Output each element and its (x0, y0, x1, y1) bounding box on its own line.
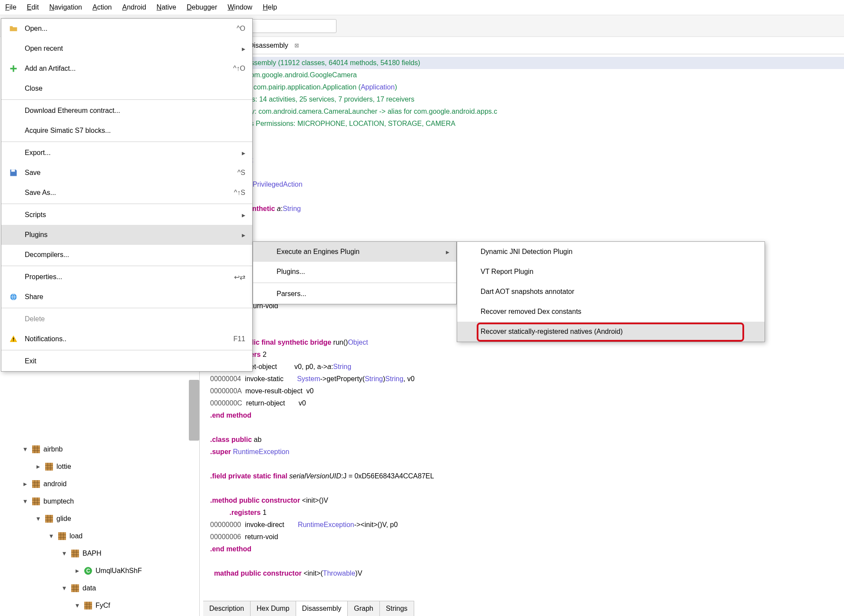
menu-item-add-an-artifact[interactable]: Add an Artifact...^↑O (1, 59, 252, 79)
tree-twisty-icon[interactable]: ▾ (35, 510, 42, 527)
menu-accelerator: ^O (237, 25, 245, 33)
menu-item-vt-report-plugin[interactable]: VT Report Plugin (457, 262, 765, 282)
editor-tab[interactable]: Bytecode/Disassembly ⊠ (200, 37, 844, 54)
tree-twisty-icon[interactable]: ▸ (35, 458, 42, 475)
svg-rect-5 (32, 497, 40, 505)
tree-twisty-icon[interactable]: ▾ (22, 441, 29, 458)
submenu-arrow-icon: ▸ (242, 211, 245, 219)
tree-node[interactable]: ▾glide (0, 510, 200, 527)
bottom-tab-graph[interactable]: Graph (348, 601, 379, 616)
plus-icon (8, 63, 19, 74)
tree-node[interactable]: ▾data (0, 580, 200, 597)
menu-edit[interactable]: Edit (27, 3, 39, 11)
file-menu: Open...^OOpen recent▸Add an Artifact...^… (1, 18, 253, 372)
package-icon (45, 515, 53, 523)
tree-label: wlUqabedpaSD (109, 614, 157, 616)
menu-item-label: Decompilers... (25, 251, 245, 259)
tree-label: FyCf (96, 597, 110, 614)
tree-label: BAPH (82, 545, 102, 562)
menu-item-save-as[interactable]: Save As...^↑S (1, 183, 252, 203)
tree-node[interactable]: ▸lottie (0, 458, 200, 475)
tree-twisty-icon[interactable]: ▾ (74, 597, 81, 614)
scrollbar[interactable] (189, 380, 199, 441)
bottom-tab-strings[interactable]: Strings (380, 601, 414, 616)
tree-node[interactable]: ▾load (0, 527, 200, 545)
menu-item-label: Delete (25, 315, 245, 323)
menu-item-scripts[interactable]: Scripts▸ (1, 205, 252, 225)
svg-rect-10 (84, 602, 92, 609)
menu-item-label: Open recent (25, 45, 225, 53)
menu-item-dynamic-jni-detection-plugin[interactable]: Dynamic JNI Detection Plugin (457, 242, 765, 262)
tree-twisty-icon[interactable]: ▾ (61, 545, 68, 562)
menu-item-properties[interactable]: Properties...↩⇄ (1, 267, 252, 287)
menu-item-plugins[interactable]: Plugins▸ (1, 225, 252, 245)
menu-item-label: Add an Artifact... (25, 65, 210, 72)
tree-twisty-icon[interactable]: ▾ (48, 527, 55, 545)
menu-item-label: Notifications.. (25, 335, 210, 343)
menu-item-open[interactable]: Open...^O (1, 19, 252, 39)
menu-android[interactable]: Android (122, 3, 146, 11)
svg-rect-3 (45, 463, 53, 471)
menu-item-close[interactable]: Close (1, 79, 252, 99)
menu-file[interactable]: File (5, 3, 16, 11)
menu-item-acquire-simatic-s7-blocks[interactable]: Acquire Simatic S7 blocks... (1, 121, 252, 141)
tree-twisty-icon[interactable]: ▸ (22, 475, 29, 493)
menu-item-dart-aot-snapshots-annotator[interactable]: Dart AOT snapshots annotator (457, 282, 765, 302)
svg-rect-16 (13, 340, 14, 341)
tree-label: UmqlUaKhShF (96, 562, 142, 580)
menu-item-parsers[interactable]: Parsers... (253, 284, 456, 304)
menu-item-save[interactable]: Save^S (1, 163, 252, 183)
menu-item-notifications[interactable]: Notifications..F11 (1, 329, 252, 349)
menu-item-open-recent[interactable]: Open recent▸ (1, 39, 252, 59)
menu-item-label: Parsers... (277, 290, 449, 298)
svg-rect-2 (32, 445, 40, 453)
tree-node[interactable]: ▾airbnb (0, 441, 200, 458)
menu-item-execute-an-engines-plugin[interactable]: Execute an Engines Plugin▸ (253, 242, 456, 262)
close-icon[interactable]: ⊠ (294, 42, 299, 49)
menu-window[interactable]: Window (227, 3, 252, 11)
menu-debugger[interactable]: Debugger (187, 3, 217, 11)
svg-rect-9 (71, 584, 79, 592)
tree-node[interactable]: ▸android (0, 475, 200, 493)
tree-twisty-icon[interactable]: ▾ (61, 580, 68, 597)
bottom-tab-description[interactable]: Description (203, 601, 251, 616)
menu-navigation[interactable]: Navigation (49, 3, 82, 11)
package-icon (32, 445, 40, 453)
tree-twisty-icon[interactable]: ▾ (22, 493, 29, 510)
tree-label: lottie (56, 458, 71, 475)
menu-item-label: Properties... (25, 273, 211, 281)
menu-item-exit[interactable]: Exit (1, 351, 252, 371)
menu-item-plugins[interactable]: Plugins... (253, 262, 456, 282)
menu-native[interactable]: Native (157, 3, 176, 11)
svg-rect-7 (58, 532, 66, 540)
tree-twisty-icon[interactable]: ▸ (74, 562, 81, 580)
menu-item-share[interactable]: Share (1, 287, 252, 307)
svg-rect-8 (71, 550, 79, 557)
menu-item-label: Export... (25, 149, 225, 157)
menu-item-decompilers[interactable]: Decompilers... (1, 245, 252, 265)
menu-item-export[interactable]: Export...▸ (1, 143, 252, 163)
tree-node[interactable]: ▸CUmqlUaKhShF (0, 562, 200, 580)
menu-item-delete: Delete (1, 309, 252, 329)
bottom-tab-hex-dump[interactable]: Hex Dump (251, 601, 296, 616)
menu-item-download-ethereum-contract[interactable]: Download Ethereum contract... (1, 101, 252, 121)
menu-item-label: Acquire Simatic S7 blocks... (25, 127, 245, 135)
menu-item-label: Exit (25, 357, 245, 365)
bottom-tab-disassembly[interactable]: Disassembly (296, 601, 348, 616)
menu-item-recover-removed-dex-constants[interactable]: Recover removed Dex constants (457, 302, 765, 322)
tree-node[interactable]: ▾BAPH (0, 545, 200, 562)
menu-item-label: Dynamic JNI Detection Plugin (481, 248, 758, 256)
package-icon (32, 497, 40, 505)
menu-accelerator: ^↑O (233, 65, 245, 72)
package-tree[interactable]: ▾airbnb▸lottie▸android▾bumptech▾glide▾lo… (0, 441, 200, 616)
tree-node[interactable]: ▾bumptech (0, 493, 200, 510)
menu-help[interactable]: Help (263, 3, 277, 11)
tree-node[interactable]: CwlUqabedpaSD (0, 614, 200, 616)
highlight-box (477, 323, 744, 342)
submenu-arrow-icon: ▸ (242, 45, 245, 53)
menubar: FileEditNavigationActionAndroidNativeDeb… (0, 0, 844, 15)
package-icon (84, 602, 92, 609)
tree-node[interactable]: ▾FyCf (0, 597, 200, 614)
menu-action[interactable]: Action (92, 3, 112, 11)
svg-rect-6 (45, 515, 53, 523)
